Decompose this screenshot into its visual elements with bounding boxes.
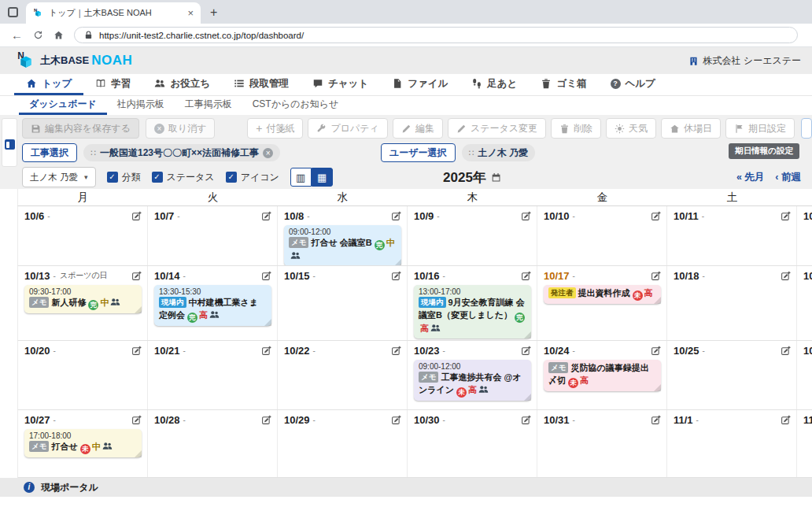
note-add-icon[interactable] [131,346,142,356]
prev-month-link[interactable]: « 先月 [736,171,764,184]
note-add-icon[interactable] [781,346,791,356]
calendar-event[interactable]: 13:00-17:00現場内9月安全教育訓練 会議室B（変更しました）完高 [414,285,531,339]
nav-item-footprints[interactable]: 足あと [460,74,529,95]
toolbar-edit-button[interactable]: 編集 [393,118,443,139]
note-add-icon[interactable] [781,415,791,425]
note-add-icon[interactable] [391,271,401,281]
calendar-day-cell[interactable]: 10/28 - [148,410,278,477]
back-icon[interactable]: ← [11,29,23,41]
toolbar-properties-button[interactable]: プロパティ [308,118,387,139]
calendar-day-cell[interactable]: 10/23 - 09:00-12:00メモ工事進捗共有会 @オンライン未高 [408,341,537,409]
toolbar-status-change-button[interactable]: ステータス変更 [448,118,546,139]
url-field[interactable]: https://unit-test2.charlie.cstnet.co.jp/… [74,27,798,43]
note-add-icon[interactable] [651,415,661,425]
remove-project-icon[interactable]: × [263,148,273,158]
nav-item-top[interactable]: トップ [14,74,83,95]
calendar-day-cell[interactable]: 10/22 - [278,341,408,409]
calendar-day-cell[interactable]: 10/20 - [18,341,148,409]
note-add-icon[interactable] [391,415,401,425]
calendar-day-cell[interactable]: 10/6 - [18,206,148,265]
clipped-button[interactable] [801,118,812,139]
nav-item-files[interactable]: ファイル [380,74,460,95]
note-add-icon[interactable] [651,271,661,281]
user-tag[interactable]: ∷ 土ノ木 乃愛 [462,144,536,161]
nav-item-chat[interactable]: チャット [301,74,380,95]
nav-item-help[interactable]: ?ヘルプ [599,74,667,95]
note-add-icon[interactable] [521,415,531,425]
calendar-day-cell[interactable]: 10/17 - 発注者提出資料作成未高 [537,266,667,340]
user-filter-dropdown[interactable]: 土ノ木 乃愛 ▾ [22,167,96,187]
nav-item-trash[interactable]: ゴミ箱 [529,74,598,95]
calendar-event[interactable]: 09:00-12:00メモ打合せ 会議室B完中 [284,225,401,265]
subnav-tab-construction-board[interactable]: 工事掲示板 [175,96,242,115]
calendar-day-cell[interactable]: 11/1 - [667,410,797,477]
calendar-day-cell[interactable]: 10/15 - [278,266,408,340]
calendar-day-cell[interactable]: 10/8 - 09:00-12:00メモ打合せ 会議室B完中 [278,206,408,265]
calendar-event[interactable]: メモ災防協の議事録提出〆切未高 [544,360,661,391]
app-logo[interactable]: 土木BASE NOAH [16,50,132,71]
note-add-icon[interactable] [131,211,142,221]
note-add-icon[interactable] [131,271,142,281]
browser-home-icon[interactable] [54,30,64,40]
nav-item-learning[interactable]: 学習 [83,74,142,95]
tab-strip-icon[interactable] [8,7,18,17]
note-add-icon[interactable] [651,211,661,221]
calendar-day-cell[interactable]: 10/30 - [408,410,537,477]
prev-week-link[interactable]: ‹ 前週 [775,171,801,184]
filter-checkbox-icon[interactable]: ✓アイコン [226,171,279,184]
calendar-icon[interactable] [491,172,501,183]
subnav-tab-dashboard[interactable]: ダッシュボード [19,96,107,115]
footer-bar[interactable]: i 現場ポータル [0,478,812,497]
note-add-icon[interactable] [261,346,271,356]
calendar-event[interactable]: 09:00-12:00メモ工事進捗共有会 @オンライン未高 [414,360,531,401]
toolbar-closed-day-button[interactable]: 休場日 [661,118,721,139]
note-add-icon[interactable] [261,211,271,221]
calendar-day-cell[interactable]: 10/7 - [148,206,278,265]
cancel-button[interactable]: × 取り消す [146,118,216,139]
project-select-button[interactable]: 工事選択 [22,143,77,162]
tab-close-icon[interactable]: × [187,8,194,18]
calendar-event[interactable]: 13:30-15:30現場内中村建機工業さま 定例会完高 [154,285,271,326]
note-add-icon[interactable] [391,346,401,356]
calendar-day-cell[interactable]: 10/24 - メモ災防協の議事録提出〆切未高 [537,341,667,409]
drag-handle-icon[interactable]: ∷ [90,148,96,158]
month-view-button[interactable]: ▦ [312,168,333,187]
note-add-icon[interactable] [781,271,791,281]
calendar-day-cell[interactable]: 10/26 - [797,341,812,409]
nav-item-tips[interactable]: お役立ち [142,74,222,95]
calendar-day-cell[interactable]: 10/29 - [278,410,408,477]
nav-item-arrangement[interactable]: 段取管理 [222,74,301,95]
browser-tab[interactable]: トップ｜土木BASE NOAH × [26,2,201,24]
filter-checkbox-status[interactable]: ✓ステータス [152,171,215,184]
timeline-view-button[interactable]: ▥ [290,168,312,187]
toolbar-due-date-button[interactable]: 期日設定 [725,118,795,139]
note-add-icon[interactable] [261,271,271,281]
calendar-day-cell[interactable]: 10/13 - スポーツの日 09:30-17:00メモ新人研修完中 [18,266,148,340]
note-add-icon[interactable] [131,415,142,425]
calendar-event[interactable]: 09:30-17:00メモ新人研修完中 [24,285,142,313]
note-add-icon[interactable] [651,346,661,356]
new-tab-button[interactable]: + [210,6,217,20]
drag-handle-icon[interactable]: ∷ [469,148,474,158]
calendar-day-cell[interactable]: 10/10 - [537,206,667,265]
calendar-day-cell[interactable]: 10/14 - 13:30-15:30現場内中村建機工業さま 定例会完高 [148,266,278,340]
calendar-day-cell[interactable]: 10/21 - [148,341,278,409]
note-add-icon[interactable] [521,346,531,356]
project-tag[interactable]: ∷ 一般国道123号〇〇町××法面補修工事 × [83,144,280,161]
calendar-event[interactable]: 17:00-18:00メモ打合せ未中 [24,429,142,457]
calendar-day-cell[interactable]: 10/11 - [667,206,797,265]
save-button[interactable]: 編集内容を保存する [22,118,139,139]
filter-checkbox-category[interactable]: ✓分類 [107,171,141,184]
calendar-day-cell[interactable]: 10/31 - [537,410,667,477]
calendar-day-cell[interactable]: 10/9 - [408,206,537,265]
calendar-day-cell[interactable]: 10/16 - 13:00-17:00現場内9月安全教育訓練 会議室B（変更しま… [408,266,537,340]
subnav-tab-company-board[interactable]: 社内掲示板 [107,96,175,115]
subnav-tab-cst-news[interactable]: CSTからのお知らせ [242,96,349,115]
note-add-icon[interactable] [391,211,401,221]
toolbar-weather-button[interactable]: 天気 [606,118,656,139]
toolbar-delete-button[interactable]: 削除 [551,118,601,139]
note-add-icon[interactable] [521,211,531,221]
toolbar-sticky-note-button[interactable]: +付箋紙 [247,118,303,139]
calendar-day-cell[interactable]: 10/27 - 17:00-18:00メモ打合せ未中 [18,410,148,477]
note-add-icon[interactable] [521,271,531,281]
